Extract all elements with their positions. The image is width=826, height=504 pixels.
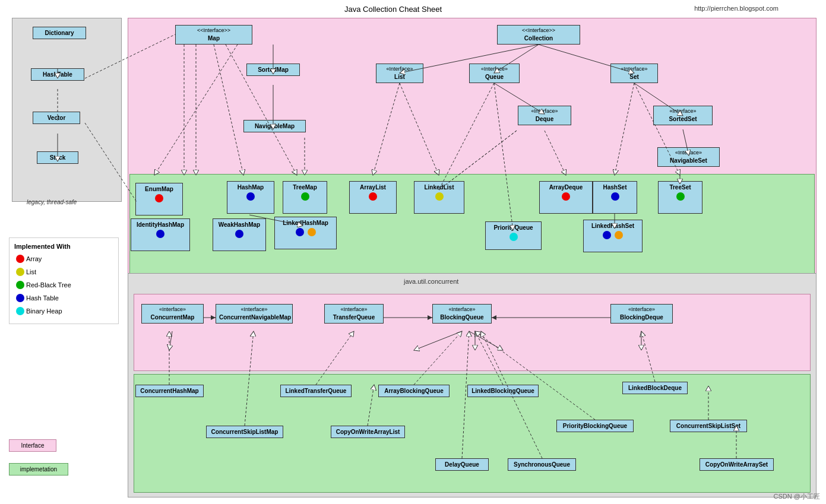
legacy-label: legacy, thread-safe	[27, 199, 77, 205]
box-list: «Interface» List	[376, 64, 423, 83]
box-concurrentmap: «Interface» ConcurrentMap	[141, 304, 204, 324]
box-priorityqueue: PriorityQueue	[485, 221, 542, 250]
legend-label-list: List	[26, 268, 36, 275]
box-navigablemap: NavigableMap	[243, 120, 306, 132]
legend-impl: implemetation	[9, 463, 68, 476]
box-linkedhashmap: LinkedHashMap	[274, 217, 337, 249]
box-hashmap: HashMap	[227, 181, 274, 214]
box-linkedhashset: LinkedHashSet	[583, 220, 643, 252]
box-deque: «Interface» Deque	[518, 106, 571, 125]
box-concurrentskiplistmap: ConcurrentSkipListMap	[206, 426, 283, 438]
box-blockingqueue: «Interface» BlockingQueue	[432, 304, 492, 324]
box-concurrenthashmap: ConcurrentHashMap	[135, 385, 204, 397]
box-linkedlist: LinkedList	[414, 181, 464, 214]
box-navigableset: «Interface» NavigableSet	[657, 147, 720, 167]
legend-item-heap: Binary Heap	[14, 306, 113, 316]
legend-label-array: Array	[26, 255, 42, 262]
legend-dot-green	[16, 281, 24, 289]
box-sortedset: «Interface» SortedSet	[653, 106, 713, 125]
legend-box: Implemented With Array List Red-Black Tr…	[9, 237, 119, 324]
box-dictionary: Dictionary	[33, 27, 86, 39]
legend-dot-blue	[16, 294, 24, 302]
box-arraylist: ArrayList	[349, 181, 397, 214]
box-queue: «Interface» Queue	[469, 64, 520, 83]
box-stack: Stack	[37, 151, 78, 164]
box-blockingdeque: «Interface» BlockingDeque	[610, 304, 673, 324]
box-map: <<Interface>> Map	[175, 25, 252, 45]
box-copyonwritearrayset: CopyOnWriteArraySet	[700, 458, 774, 471]
box-arrayblockingqueue: ArrayBlockingQueue	[378, 385, 450, 397]
watermark: CSDN @小工匠	[774, 492, 820, 501]
box-collection: <<Interface>> Collection	[497, 25, 580, 45]
box-identityhashmap: IdentityHashMap	[131, 218, 190, 251]
box-concurrentnavmap: «Interface» ConcurrentNavigableMap	[216, 304, 293, 324]
box-linkedtransferqueue: LinkedTransferQueue	[280, 385, 352, 397]
legend-dot-yellow	[16, 268, 24, 276]
page-url: http://pierrchen.blogspot.com	[694, 5, 778, 12]
box-priorityblockingqueue: PriorityBlockingQueue	[556, 420, 634, 432]
box-delayqueue: DelayQueue	[435, 458, 489, 471]
box-hashtable: HashTable	[31, 68, 84, 81]
legend-interface: Interface	[9, 439, 56, 452]
legend-item-rbt: Red-Black Tree	[14, 280, 113, 290]
page-title: Java Collection Cheat Sheet	[344, 5, 442, 14]
region-legacy	[12, 18, 122, 202]
box-synchronousqueue: SynchronousQueue	[508, 458, 576, 471]
box-enummap: EnumMap	[135, 183, 183, 215]
box-treemap: TreeMap	[283, 181, 327, 214]
concurrent-label: java.util.concurrent	[404, 278, 458, 285]
box-weakhashmap: WeakHashMap	[213, 218, 266, 251]
legend-dot-red	[16, 255, 24, 263]
legend-dot-cyan	[16, 307, 24, 315]
legend-label-heap: Binary Heap	[26, 308, 62, 315]
legend-item-list: List	[14, 267, 113, 277]
box-vector: Vector	[33, 112, 80, 124]
box-sortedmap: SortedMap	[246, 64, 300, 76]
legend-item-hashtable: Hash Table	[14, 293, 113, 303]
box-linkedblockingqueue: LinkedBlockingQueue	[467, 385, 539, 397]
box-hashset: HashSet	[593, 181, 637, 214]
legend-title: Implemented With	[14, 243, 113, 250]
legend-label-hashtable: Hash Table	[26, 294, 59, 302]
box-linkedblockdeque: LinkedBlockDeque	[622, 382, 688, 394]
box-copyonwritearraylist: CopyOnWriteArrayList	[331, 426, 405, 438]
box-arraydeque: ArrayDeque	[539, 181, 593, 214]
box-concurrentskiplistset: ConcurrentSkipListSet	[670, 420, 747, 432]
main-container: Java Collection Cheat Sheet http://pierr…	[0, 0, 826, 504]
legend-item-array: Array	[14, 253, 113, 264]
box-transferqueue: «Interface» TransferQueue	[324, 304, 384, 324]
box-set: «Interface» Set	[610, 64, 658, 83]
legend-label-rbt: Red-Black Tree	[26, 281, 71, 289]
box-treeset: TreeSet	[658, 181, 702, 214]
